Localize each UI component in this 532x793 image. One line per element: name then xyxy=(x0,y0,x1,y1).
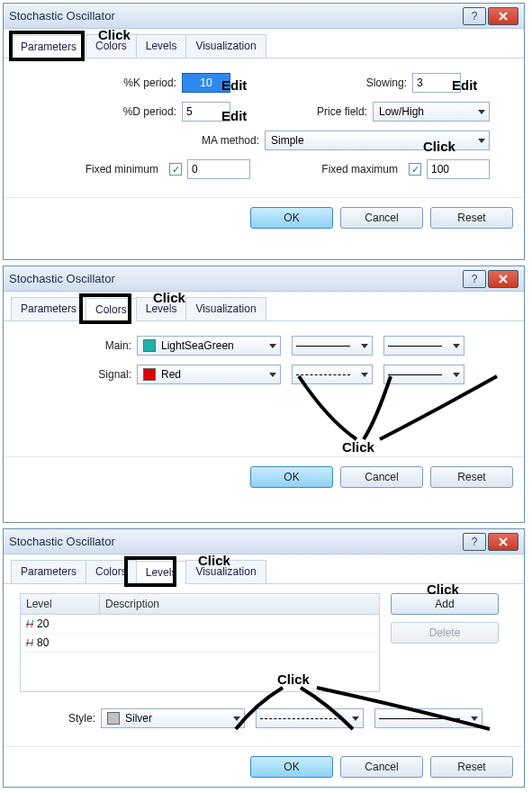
tab-visualization[interactable]: Visualization xyxy=(185,297,266,320)
level-icon: H xyxy=(26,618,33,629)
select-signal-color[interactable]: Red xyxy=(137,365,281,384)
tab-parameters[interactable]: Parameters xyxy=(11,560,86,583)
close-icon xyxy=(499,275,508,284)
tab-row: Parameters Colors Levels Visualization xyxy=(4,29,524,59)
chevron-down-icon xyxy=(471,716,478,721)
tab-row: Parameters Colors Levels Visualization xyxy=(4,554,524,584)
main-color-name: LightSeaGreen xyxy=(161,339,234,352)
dialog-body: Level Description H20 H80 Add Delete Sty… xyxy=(4,584,524,746)
reset-button[interactable]: Reset xyxy=(430,466,513,488)
close-button[interactable] xyxy=(488,7,518,25)
level-value: 20 xyxy=(37,617,49,630)
titlebar: Stochastic Oscillator ? xyxy=(4,529,524,554)
dialog-body: Main: LightSeaGreen Signal: Red xyxy=(4,321,524,456)
tab-levels[interactable]: Levels xyxy=(136,297,187,320)
reset-button[interactable]: Reset xyxy=(430,207,513,229)
help-button[interactable]: ? xyxy=(463,533,486,551)
table-row[interactable]: H20 xyxy=(21,615,379,634)
dialog-footer: OK Cancel Reset xyxy=(4,197,524,238)
level-value: 80 xyxy=(37,636,49,649)
input-fixed-max[interactable] xyxy=(427,159,490,179)
label-signal: Signal: xyxy=(20,368,137,381)
label-price-field: Price field: xyxy=(301,105,373,118)
close-button[interactable] xyxy=(488,533,518,551)
tab-visualization[interactable]: Visualization xyxy=(185,34,266,58)
level-description xyxy=(100,634,111,652)
select-style-color[interactable]: Silver xyxy=(101,708,245,728)
ok-button[interactable]: OK xyxy=(250,207,333,229)
close-icon xyxy=(499,12,508,21)
select-main-line-width[interactable] xyxy=(383,336,464,356)
delete-button[interactable]: Delete xyxy=(391,622,499,644)
dialog-parameters: Click Edit Edit Edit Click Stochastic Os… xyxy=(3,3,525,260)
level-description xyxy=(100,615,111,633)
dialog-colors: Click Click Stochastic Oscillator ? Para… xyxy=(3,266,525,523)
select-price-field[interactable]: Low/High xyxy=(373,102,490,122)
titlebar: Stochastic Oscillator ? xyxy=(4,4,524,29)
tab-parameters[interactable]: Parameters xyxy=(11,297,86,320)
tab-row: Parameters Colors Levels Visualization xyxy=(4,292,524,321)
tab-colors[interactable]: Colors xyxy=(86,298,137,321)
ok-button[interactable]: OK xyxy=(250,466,333,488)
select-style-line-style[interactable] xyxy=(256,708,364,728)
signal-color-swatch xyxy=(143,368,156,381)
level-icon: H xyxy=(26,637,33,648)
select-signal-line-style[interactable] xyxy=(292,365,373,384)
select-signal-line-width[interactable] xyxy=(383,365,464,384)
dialog-title: Stochastic Oscillator xyxy=(9,535,461,548)
label-d-period: %D period: xyxy=(20,105,182,118)
cancel-button[interactable]: Cancel xyxy=(340,466,423,488)
chevron-down-icon xyxy=(269,344,276,348)
style-color-name: Silver xyxy=(125,712,152,725)
input-slowing[interactable] xyxy=(412,73,461,93)
col-description[interactable]: Description xyxy=(100,594,379,614)
style-color-swatch xyxy=(107,712,120,725)
input-k-period[interactable] xyxy=(182,73,230,93)
select-style-line-width[interactable] xyxy=(374,708,482,728)
tab-levels[interactable]: Levels xyxy=(136,34,187,58)
col-level[interactable]: Level xyxy=(21,594,100,614)
select-ma-method[interactable]: Simple xyxy=(265,131,490,150)
dialog-levels: Click Click Click Stochastic Oscillator … xyxy=(3,528,525,788)
dialog-footer: OK Cancel Reset xyxy=(4,456,524,497)
tab-parameters[interactable]: Parameters xyxy=(11,35,86,59)
dialog-title: Stochastic Oscillator xyxy=(9,272,461,285)
close-icon xyxy=(499,537,508,546)
input-d-period[interactable] xyxy=(182,102,230,122)
chevron-down-icon xyxy=(233,716,240,721)
add-button[interactable]: Add xyxy=(391,593,499,615)
cancel-button[interactable]: Cancel xyxy=(340,207,423,229)
chevron-down-icon xyxy=(361,373,368,377)
label-k-period: %K period: xyxy=(20,77,182,89)
dialog-body: %K period: Slowing: %D period: Price fie… xyxy=(4,59,524,197)
dialog-title: Stochastic Oscillator xyxy=(9,9,461,23)
tab-levels[interactable]: Levels xyxy=(136,561,187,584)
help-button[interactable]: ? xyxy=(463,7,486,25)
cancel-button[interactable]: Cancel xyxy=(340,756,423,778)
tab-colors[interactable]: Colors xyxy=(86,560,137,583)
chevron-down-icon xyxy=(453,344,460,348)
checkbox-fixed-max[interactable]: ✓ xyxy=(409,163,421,176)
help-button[interactable]: ? xyxy=(463,270,486,288)
table-row[interactable]: H80 xyxy=(21,634,379,653)
close-button[interactable] xyxy=(488,270,518,288)
checkbox-fixed-min[interactable]: ✓ xyxy=(169,163,182,176)
chevron-down-icon xyxy=(361,344,368,348)
levels-table: Level Description H20 H80 xyxy=(20,593,380,692)
label-style: Style: xyxy=(20,712,101,725)
signal-color-name: Red xyxy=(161,368,181,381)
input-fixed-min[interactable] xyxy=(187,159,250,179)
reset-button[interactable]: Reset xyxy=(430,756,513,778)
select-main-line-style[interactable] xyxy=(292,336,373,356)
label-ma-method: MA method: xyxy=(20,134,265,147)
chevron-down-icon xyxy=(478,110,485,114)
select-main-color[interactable]: LightSeaGreen xyxy=(137,336,281,356)
chevron-down-icon xyxy=(453,373,460,377)
tab-visualization[interactable]: Visualization xyxy=(185,560,266,583)
tab-colors[interactable]: Colors xyxy=(86,34,137,58)
chevron-down-icon xyxy=(478,139,485,143)
label-fixed-max: Fixed maximum xyxy=(321,163,403,176)
label-slowing: Slowing: xyxy=(340,77,412,89)
label-fixed-min: Fixed minimum xyxy=(20,163,164,176)
ok-button[interactable]: OK xyxy=(250,756,333,778)
